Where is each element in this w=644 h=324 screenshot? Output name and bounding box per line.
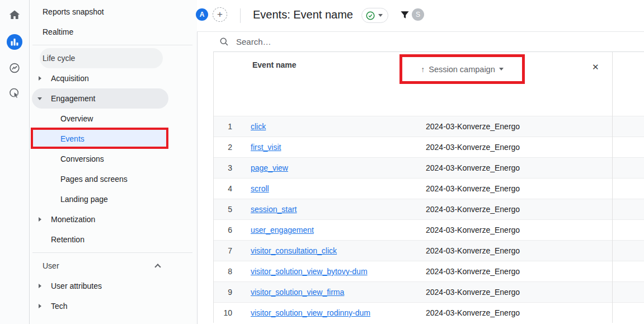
- explore-icon[interactable]: [9, 62, 21, 76]
- nav-events-active[interactable]: Events: [30, 129, 197, 149]
- event-name-link[interactable]: first_visit: [251, 137, 281, 157]
- session-campaign-value: 2024-03-Konverze_Energo: [426, 303, 520, 323]
- section-user[interactable]: User: [30, 256, 197, 276]
- row-index: 3: [214, 158, 232, 178]
- row-index: 7: [214, 241, 232, 261]
- caret-down-icon: [378, 14, 383, 17]
- nav-retention[interactable]: Retention: [30, 229, 197, 250]
- event-name-link[interactable]: page_view: [251, 158, 288, 178]
- header-separator: [240, 8, 241, 23]
- event-name-link[interactable]: visitor_solution_view_firma: [251, 282, 344, 302]
- nav-label: Retention: [51, 235, 84, 244]
- table-row: 5 session_start 2024-03-Konverze_Energo: [214, 199, 644, 219]
- column-divider: [612, 52, 613, 323]
- close-icon[interactable]: ✕: [592, 62, 599, 72]
- event-name-link[interactable]: scroll: [251, 179, 269, 199]
- sidebar-divider: [32, 45, 192, 45]
- events-table: Event name ↑ Session campaign ✕ 1 click …: [213, 52, 644, 323]
- session-campaign-value: 2024-03-Konverze_Energo: [426, 220, 520, 240]
- search-input[interactable]: [236, 37, 460, 46]
- reports-nav: Reports snapshot Realtime Life cycle Acq…: [30, 0, 197, 324]
- nav-label: Overview: [60, 114, 93, 123]
- add-comparison-button[interactable]: +: [213, 7, 227, 22]
- event-name-link[interactable]: visitor_solution_view_rodinny-dum: [251, 303, 370, 323]
- table-row: 7 visitor_consultation_click 2024-03-Kon…: [214, 240, 644, 261]
- nav-monetization[interactable]: Monetization: [30, 209, 197, 229]
- nav-realtime[interactable]: Realtime: [30, 22, 197, 42]
- event-name-link[interactable]: click: [251, 116, 266, 137]
- share-avatar-s[interactable]: S: [412, 8, 424, 21]
- table-row: 2 first_visit 2024-03-Konverze_Energo: [214, 137, 644, 157]
- nav-label: Conversions: [60, 154, 104, 163]
- advertising-icon[interactable]: [9, 87, 21, 101]
- table-row: 10 visitor_solution_view_rodinny-dum 202…: [214, 302, 644, 323]
- event-name-link[interactable]: session_start: [251, 199, 297, 219]
- table-row: 3 page_view 2024-03-Konverze_Energo: [214, 157, 644, 178]
- ga4-events-report: Reports snapshot Realtime Life cycle Acq…: [0, 0, 644, 324]
- nav-engagement[interactable]: Engagement: [30, 88, 197, 109]
- triangle-right-icon[interactable]: [39, 217, 41, 222]
- event-name-link[interactable]: visitor_consultation_click: [251, 241, 337, 261]
- chevron-up-icon[interactable]: [154, 264, 161, 270]
- nav-label: User attributes: [51, 281, 102, 290]
- nav-label: Pages and screens: [60, 175, 128, 184]
- data-quality-badge[interactable]: [361, 8, 388, 23]
- home-icon[interactable]: [8, 9, 21, 24]
- nav-landing-page[interactable]: Landing page: [30, 189, 197, 209]
- row-index: 9: [214, 282, 232, 302]
- nav-label: Reports snapshot: [43, 7, 104, 16]
- table-row: 1 click 2024-03-Konverze_Energo: [214, 116, 644, 137]
- caret-down-icon[interactable]: [499, 68, 504, 71]
- triangle-right-icon[interactable]: [39, 284, 41, 288]
- session-campaign-value: 2024-03-Konverze_Energo: [426, 116, 520, 137]
- table-row: 4 scroll 2024-03-Konverze_Energo: [214, 178, 644, 199]
- sidebar-divider: [32, 252, 192, 253]
- red-highlight-box: ↑ Session campaign: [399, 54, 525, 84]
- table-search-bar[interactable]: [213, 32, 644, 52]
- nav-label: Realtime: [43, 27, 73, 36]
- session-campaign-value: 2024-03-Konverze_Energo: [426, 137, 520, 157]
- nav-conversions[interactable]: Conversions: [30, 149, 197, 169]
- row-index: 1: [214, 116, 232, 137]
- nav-label: Acquisition: [51, 74, 89, 83]
- row-index: 2: [214, 137, 232, 157]
- row-index: 6: [214, 220, 232, 240]
- session-campaign-value: 2024-03-Konverze_Energo: [426, 282, 520, 302]
- nav-reports-snapshot[interactable]: Reports snapshot: [30, 2, 197, 22]
- nav-label: Landing page: [60, 195, 108, 204]
- nav-user-attributes[interactable]: User attributes: [30, 276, 197, 296]
- session-campaign-value: 2024-03-Konverze_Energo: [426, 261, 520, 281]
- session-campaign-value: 2024-03-Konverze_Energo: [426, 179, 520, 199]
- row-index: 4: [214, 179, 232, 199]
- row-index: 8: [214, 261, 232, 281]
- column-header-session-campaign[interactable]: Session campaign: [429, 65, 495, 74]
- triangle-down-icon[interactable]: [37, 97, 42, 100]
- app-rail: [0, 0, 30, 324]
- nav-label: Tech: [51, 302, 68, 311]
- nav-label: Monetization: [51, 215, 95, 224]
- triangle-right-icon[interactable]: [39, 304, 41, 308]
- comparison-avatar-a[interactable]: A: [196, 8, 208, 21]
- table-row: 9 visitor_solution_view_firma 2024-03-Ko…: [214, 281, 644, 302]
- event-name-link[interactable]: visitor_solution_view_bytovy-dum: [251, 261, 368, 281]
- nav-overview[interactable]: Overview: [30, 109, 197, 129]
- sort-ascending-icon[interactable]: ↑: [421, 65, 425, 74]
- row-index: 10: [214, 303, 232, 323]
- triangle-right-icon[interactable]: [39, 76, 41, 81]
- row-index: 5: [214, 199, 232, 219]
- reports-icon[interactable]: [7, 34, 22, 50]
- red-highlight-box: [31, 128, 168, 149]
- table-row: 6 user_engagement 2024-03-Konverze_Energ…: [214, 219, 644, 240]
- column-header-event-name[interactable]: Event name: [252, 60, 297, 69]
- check-circle-icon: [366, 11, 375, 20]
- session-campaign-value: 2024-03-Konverze_Energo: [426, 158, 520, 178]
- nav-pages-and-screens[interactable]: Pages and screens: [30, 169, 197, 189]
- section-life-cycle[interactable]: Life cycle: [30, 48, 197, 68]
- nav-acquisition[interactable]: Acquisition: [30, 68, 197, 88]
- event-name-link[interactable]: user_engagement: [251, 220, 314, 240]
- report-header: A + Events: Event name S: [197, 0, 644, 32]
- nav-label: Engagement: [51, 94, 95, 103]
- filter-icon[interactable]: [400, 10, 410, 22]
- nav-label: Events: [60, 134, 84, 143]
- nav-tech[interactable]: Tech: [30, 296, 197, 316]
